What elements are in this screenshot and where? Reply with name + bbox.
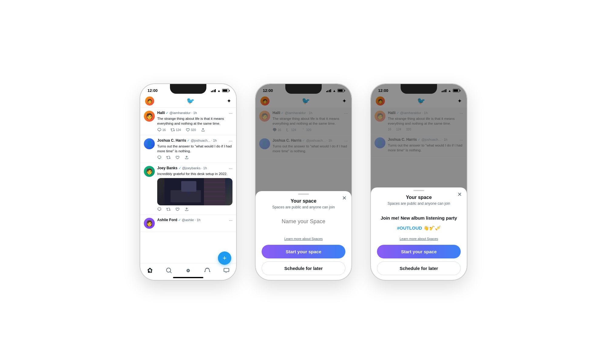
sheet-subtitle-3: Spaces are public and anyone can join: [377, 201, 461, 206]
learn-more-text-2: Learn more about: [284, 237, 312, 241]
tweet-body-2: Joshua C. Harris ✓ @joshuach... · 1h ···…: [157, 138, 232, 160]
verified-1: ✓: [166, 111, 168, 115]
learn-more-2: Learn more about Spaces: [262, 237, 345, 241]
tweet-header-2: Joshua C. Harris ✓ @joshuach... · 1h ···: [157, 138, 232, 143]
tweet-name-2: Joshua C. Harris: [157, 138, 186, 143]
tweet-1: 🧑 Halli ✓ @iamharaldur · 1h ···: [140, 108, 236, 135]
sheet-handle-2: [298, 194, 309, 195]
tweet-handle-3: @joeybanks: [182, 166, 201, 170]
tweet-dots-3[interactable]: ···: [229, 166, 232, 171]
tweet-avatar-4: 👩: [144, 218, 155, 229]
tweet-image-3: 🖥️: [157, 178, 232, 205]
tweet-body-4: Ashlie Ford ✓ @ashlie · 1h ···: [157, 218, 232, 229]
tweet-handle-4: @ashlie: [182, 218, 194, 222]
phone-2-screen: 12:00 ▲ 🧑: [256, 84, 351, 280]
reply-action-3[interactable]: [157, 207, 161, 211]
tweet-header-3: Joey Banks ✓ @joeybanks · 1h ···: [157, 166, 232, 171]
nav-home-1[interactable]: [144, 265, 155, 276]
twitter-logo-1: 🐦: [186, 97, 195, 105]
av-face-3: 🧑: [144, 166, 155, 177]
learn-more-link-3[interactable]: Spaces: [427, 237, 438, 241]
tweet-actions-2: [157, 155, 232, 160]
tweet-actions-3: [157, 207, 232, 211]
start-space-button-3[interactable]: Start your space: [377, 245, 461, 258]
tweet-name-3: Joey Banks: [157, 166, 178, 170]
tweet-dots-1[interactable]: ···: [229, 111, 232, 116]
tweet-2: 👤 Joshua C. Harris ✓ @joshuach... · 1h ·…: [140, 135, 236, 163]
close-button-2[interactable]: ✕: [342, 195, 347, 201]
sheet-subtitle-2: Spaces are public and anyone can join: [262, 205, 345, 209]
signal-bars-1: [211, 89, 216, 92]
tweet-avatar-1: 🧑: [144, 111, 155, 122]
tweet-body-1: Halli ✓ @iamharaldur · 1h ··· The strang…: [157, 111, 232, 132]
phone-2: 12:00 ▲ 🧑: [255, 83, 352, 281]
tweet-name-row-3: Joey Banks ✓ @joeybanks · 1h: [157, 166, 207, 170]
retweet-action-1[interactable]: 124: [171, 128, 181, 132]
retweet-action-2[interactable]: [166, 155, 171, 160]
profile-avatar-1[interactable]: 🧑: [145, 96, 154, 106]
reply-action-1[interactable]: 16: [157, 128, 166, 132]
tweet-name-1: Halli: [157, 111, 165, 115]
tweet-header-1: Halli ✓ @iamharaldur · 1h ···: [157, 111, 232, 116]
av-face-1: 🧑: [144, 111, 155, 122]
tweet-avatar-3: 🧑: [144, 166, 155, 177]
sheet-title-2: Your space: [262, 198, 345, 204]
nav-notifications-1[interactable]: [202, 265, 213, 276]
nav-spaces-1[interactable]: [183, 265, 194, 276]
phones-container: 12:00 ▲ 🧑: [140, 83, 467, 281]
av-face-4: 👩: [144, 218, 155, 229]
space-name-filled-3: Join me! New album listening party: [377, 212, 461, 224]
start-space-button-2[interactable]: Start your space: [262, 245, 345, 258]
profile-avatar-face-1: 🧑: [145, 96, 154, 106]
share-action-2[interactable]: [185, 155, 189, 160]
tweet-time-4: · 1h: [195, 218, 200, 222]
tweet-header-4: Ashlie Ford ✓ @ashlie · 1h ···: [157, 218, 232, 223]
tweet-name-row-4: Ashlie Ford ✓ @ashlie · 1h: [157, 218, 200, 222]
svg-rect-2: [181, 181, 196, 192]
phone-1-screen: 12:00 ▲ 🧑: [140, 84, 236, 280]
svg-rect-1: [171, 190, 201, 202]
share-action-3[interactable]: [185, 207, 189, 211]
phone-3: 12:00 ▲ 🧑: [370, 83, 467, 281]
space-name-input-2[interactable]: [262, 215, 345, 228]
tweet-name-4: Ashlie Ford: [157, 218, 177, 222]
retweet-action-3[interactable]: [166, 207, 171, 211]
like-action-1[interactable]: 320: [186, 128, 196, 132]
reply-action-2[interactable]: [157, 155, 161, 160]
nav-search-1[interactable]: [164, 265, 175, 276]
nav-messages-1[interactable]: [221, 265, 232, 276]
feed-1: 🧑 Halli ✓ @iamharaldur · 1h ···: [140, 108, 236, 232]
status-time-1: 12:00: [148, 88, 158, 93]
wifi-icon-1: ▲: [217, 89, 221, 93]
share-action-1[interactable]: [201, 128, 205, 132]
like-action-2[interactable]: [175, 155, 180, 160]
sheet-title-3: Your space: [377, 195, 461, 200]
tweet-handle-1: @iamharaldur: [169, 111, 190, 115]
tweet-time-1: · 1h: [192, 111, 197, 115]
tweet-time-3: · 1h: [201, 166, 207, 170]
learn-more-text-3: Learn more about: [400, 237, 427, 241]
learn-more-link-2[interactable]: Spaces: [312, 237, 323, 241]
phone-3-screen: 12:00 ▲ 🧑: [371, 84, 467, 280]
tweet-text-2: Turns out the answer to "what would I do…: [157, 144, 232, 153]
tweet-text-1: The strange thing about life is that it …: [157, 116, 232, 126]
sparkle-icon-1[interactable]: ✦: [227, 98, 231, 104]
close-button-3[interactable]: ✕: [457, 192, 462, 197]
tweet-name-row-2: Joshua C. Harris ✓ @joshuach... · 1h: [157, 138, 217, 143]
tweet-actions-1: 16 124 320: [157, 128, 232, 132]
tweet-avatar-2: 👤: [144, 138, 155, 149]
compose-fab[interactable]: +: [218, 251, 231, 265]
tweet-dots-4[interactable]: ···: [229, 218, 232, 223]
schedule-button-2[interactable]: Schedule for later: [262, 261, 345, 275]
tweet-4: 👩 Ashlie Ford ✓ @ashlie · 1h ···: [140, 215, 236, 232]
tweet-dots-2[interactable]: ···: [229, 138, 232, 143]
status-icons-1: ▲: [211, 89, 229, 93]
av-face-2: 👤: [144, 138, 155, 149]
phone-1-left-buttons: [140, 114, 140, 163]
learn-more-3: Learn more about Spaces: [377, 237, 461, 241]
like-action-3[interactable]: [175, 207, 180, 211]
home-indicator-1: [173, 277, 203, 278]
tweet-time-2: · 1h: [211, 139, 217, 142]
schedule-button-3[interactable]: Schedule for later: [377, 261, 461, 275]
bottom-sheet-2: ✕ Your space Spaces are public and anyon…: [256, 191, 351, 280]
